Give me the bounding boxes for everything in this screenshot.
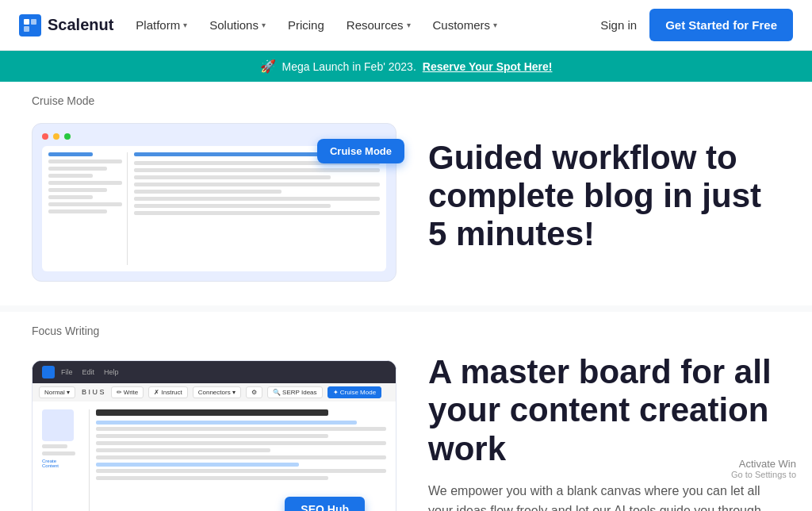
- focus-writing-mockup: File Edit Help Normal ▾ B I U S ✏ Write …: [32, 360, 396, 511]
- logo[interactable]: Scalenut: [19, 14, 113, 36]
- logo-text: Scalenut: [48, 16, 113, 34]
- announcement-banner: 🚀 Mega Launch in Feb' 2023. Reserve Your…: [0, 51, 812, 82]
- mock-app-bar: File Edit Help: [33, 361, 396, 383]
- nav-links: Platform ▾ Solutions ▾ Pricing Resources…: [126, 12, 600, 38]
- minimize-dot: [53, 133, 59, 140]
- focus-writing-image: File Edit Help Normal ▾ B I U S ✏ Write …: [32, 360, 396, 511]
- rocket-icon: 🚀: [260, 59, 276, 74]
- signin-link[interactable]: Sign in: [600, 18, 637, 32]
- nav-actions: Sign in Get Started for Free: [600, 9, 793, 41]
- navbar: Scalenut Platform ▾ Solutions ▾ Pricing …: [0, 0, 812, 51]
- focus-writing-text: A master board for all your content crea…: [428, 353, 780, 511]
- cruise-mode-text: Guided workflow to complete blog in just…: [428, 139, 780, 267]
- focus-writing-heading: A master board for all your content crea…: [428, 353, 780, 468]
- svg-rect-0: [24, 19, 29, 25]
- close-dot: [42, 133, 48, 140]
- mock-left-panel: [48, 152, 128, 265]
- mock-article-content: [96, 409, 386, 511]
- focus-writing-row: File Edit Help Normal ▾ B I U S ✏ Write …: [0, 337, 812, 511]
- main-content: Cruise Mode: [0, 82, 812, 511]
- cruise-mode-heading: Guided workflow to complete blog in just…: [428, 139, 780, 254]
- banner-text: Mega Launch in Feb' 2023.: [282, 60, 416, 73]
- focus-writing-section: Focus Writing File Edit Help No: [0, 312, 812, 511]
- nav-pricing[interactable]: Pricing: [278, 12, 334, 38]
- cruise-mode-image: Cruise Mode: [32, 123, 396, 282]
- mock-editor-content: Create Content: [33, 402, 396, 511]
- nav-customers[interactable]: Customers ▾: [423, 12, 508, 38]
- mock-editor-toolbar: Normal ▾ B I U S ✏ Write ✗ Instruct Conn…: [33, 383, 396, 402]
- banner-link[interactable]: Reserve Your Spot Here!: [423, 60, 553, 73]
- mock-editor: [42, 146, 386, 271]
- app-logo-icon: [42, 366, 55, 378]
- mock-small-sidebar: Create Content: [42, 409, 90, 511]
- maximize-dot: [64, 133, 71, 140]
- cruise-mode-row: Cruise Mode Guided workflow to complete …: [0, 107, 812, 305]
- chevron-down-icon: ▾: [183, 21, 187, 29]
- cruise-mode-section: Cruise Mode: [0, 82, 812, 305]
- nav-resources[interactable]: Resources ▾: [337, 12, 420, 38]
- nav-solutions[interactable]: Solutions ▾: [200, 12, 275, 38]
- focus-writing-description: We empower you with a blank canvas where…: [428, 481, 780, 511]
- chevron-down-icon: ▾: [493, 21, 497, 29]
- chevron-down-icon: ▾: [262, 21, 266, 29]
- svg-rect-1: [31, 19, 36, 25]
- nav-platform[interactable]: Platform ▾: [126, 12, 197, 38]
- svg-rect-2: [24, 26, 29, 32]
- focus-writing-label: Focus Writing: [0, 312, 812, 337]
- get-started-button[interactable]: Get Started for Free: [649, 9, 793, 41]
- seo-hub-badge: SEO Hub: [285, 497, 365, 511]
- cruise-mode-badge: Cruise Mode: [317, 139, 404, 163]
- mock-menu: File Edit Help: [61, 368, 119, 376]
- chevron-down-icon: ▾: [407, 21, 411, 29]
- mock-right-panel: [134, 152, 380, 265]
- cruise-mode-label: Cruise Mode: [0, 82, 812, 107]
- logo-icon: [19, 14, 41, 36]
